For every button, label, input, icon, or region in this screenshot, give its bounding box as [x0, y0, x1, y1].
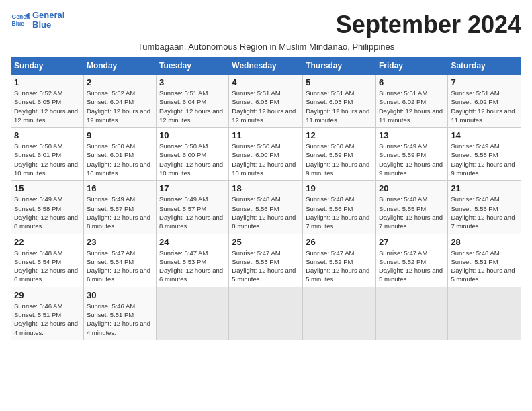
calendar-cell: 16Sunrise: 5:49 AMSunset: 5:57 PMDayligh…: [83, 181, 156, 234]
calendar-cell: 20Sunrise: 5:48 AMSunset: 5:55 PMDayligh…: [375, 181, 447, 234]
day-number: 9: [87, 130, 153, 140]
day-number: 16: [87, 183, 153, 193]
day-number: 4: [232, 77, 300, 87]
calendar-cell: 8Sunrise: 5:50 AMSunset: 6:01 PMDaylight…: [11, 128, 84, 181]
logo: General Blue General Blue: [11, 11, 64, 30]
calendar-cell: 26Sunrise: 5:47 AMSunset: 5:52 PMDayligh…: [303, 234, 376, 287]
column-header-monday: Monday: [83, 58, 156, 75]
calendar-cell: 23Sunrise: 5:47 AMSunset: 5:54 PMDayligh…: [83, 234, 156, 287]
day-details: Sunrise: 5:51 AMSunset: 6:02 PMDaylight:…: [379, 89, 445, 124]
day-number: 6: [379, 77, 445, 87]
day-number: 19: [306, 183, 373, 193]
day-details: Sunrise: 5:50 AMSunset: 6:01 PMDaylight:…: [87, 142, 153, 177]
calendar-cell: 24Sunrise: 5:47 AMSunset: 5:53 PMDayligh…: [157, 234, 229, 287]
week-row-3: 15Sunrise: 5:49 AMSunset: 5:58 PMDayligh…: [11, 181, 521, 234]
day-number: 26: [306, 237, 373, 247]
day-details: Sunrise: 5:49 AMSunset: 5:58 PMDaylight:…: [14, 195, 81, 230]
logo-icon: General Blue: [11, 11, 30, 30]
calendar-cell: 13Sunrise: 5:49 AMSunset: 5:59 PMDayligh…: [375, 128, 447, 181]
day-details: Sunrise: 5:50 AMSunset: 5:59 PMDaylight:…: [306, 142, 373, 177]
calendar-cell: 6Sunrise: 5:51 AMSunset: 6:02 PMDaylight…: [375, 75, 447, 128]
day-number: 3: [159, 77, 226, 87]
calendar-cell: [303, 287, 376, 340]
week-row-4: 22Sunrise: 5:48 AMSunset: 5:54 PMDayligh…: [11, 234, 521, 287]
day-number: 11: [232, 130, 300, 140]
calendar-cell: 22Sunrise: 5:48 AMSunset: 5:54 PMDayligh…: [11, 234, 84, 287]
week-row-1: 1Sunrise: 5:52 AMSunset: 6:05 PMDaylight…: [11, 75, 521, 128]
day-details: Sunrise: 5:49 AMSunset: 5:57 PMDaylight:…: [159, 195, 226, 230]
calendar-cell: 14Sunrise: 5:49 AMSunset: 5:58 PMDayligh…: [448, 128, 521, 181]
day-details: Sunrise: 5:48 AMSunset: 5:54 PMDaylight:…: [14, 248, 81, 284]
day-number: 8: [14, 130, 81, 140]
calendar-cell: 28Sunrise: 5:46 AMSunset: 5:51 PMDayligh…: [448, 234, 521, 287]
calendar-table: SundayMondayTuesdayWednesdayThursdayFrid…: [11, 57, 521, 340]
calendar-cell: 19Sunrise: 5:48 AMSunset: 5:56 PMDayligh…: [303, 181, 376, 234]
column-header-wednesday: Wednesday: [229, 58, 303, 75]
calendar-cell: 4Sunrise: 5:51 AMSunset: 6:03 PMDaylight…: [229, 75, 303, 128]
calendar-cell: 11Sunrise: 5:50 AMSunset: 6:00 PMDayligh…: [229, 128, 303, 181]
day-details: Sunrise: 5:50 AMSunset: 6:01 PMDaylight:…: [14, 142, 81, 177]
subtitle: Tumbagaan, Autonomous Region in Muslim M…: [11, 42, 521, 52]
day-details: Sunrise: 5:50 AMSunset: 6:00 PMDaylight:…: [232, 142, 300, 177]
calendar-body: 1Sunrise: 5:52 AMSunset: 6:05 PMDaylight…: [11, 75, 521, 340]
day-number: 10: [159, 130, 226, 140]
day-details: Sunrise: 5:48 AMSunset: 5:56 PMDaylight:…: [306, 195, 373, 230]
column-header-tuesday: Tuesday: [157, 58, 229, 75]
day-number: 7: [451, 77, 518, 87]
day-details: Sunrise: 5:52 AMSunset: 6:05 PMDaylight:…: [14, 89, 81, 124]
day-number: 5: [306, 77, 373, 87]
column-header-friday: Friday: [375, 58, 447, 75]
day-number: 17: [159, 183, 226, 193]
day-number: 28: [451, 237, 518, 247]
day-details: Sunrise: 5:47 AMSunset: 5:52 PMDaylight:…: [379, 248, 445, 284]
calendar-cell: 10Sunrise: 5:50 AMSunset: 6:00 PMDayligh…: [157, 128, 229, 181]
calendar-cell: 12Sunrise: 5:50 AMSunset: 5:59 PMDayligh…: [303, 128, 376, 181]
day-details: Sunrise: 5:49 AMSunset: 5:58 PMDaylight:…: [451, 142, 518, 177]
day-number: 20: [379, 183, 445, 193]
day-details: Sunrise: 5:51 AMSunset: 6:03 PMDaylight:…: [232, 89, 300, 124]
day-details: Sunrise: 5:52 AMSunset: 6:04 PMDaylight:…: [87, 89, 153, 124]
week-row-5: 29Sunrise: 5:46 AMSunset: 5:51 PMDayligh…: [11, 287, 521, 340]
day-details: Sunrise: 5:46 AMSunset: 5:51 PMDaylight:…: [14, 302, 81, 337]
calendar-header-row: SundayMondayTuesdayWednesdayThursdayFrid…: [11, 58, 521, 75]
day-details: Sunrise: 5:49 AMSunset: 5:57 PMDaylight:…: [87, 195, 153, 230]
header: General Blue General Blue September 2024: [11, 11, 521, 39]
calendar-cell: 1Sunrise: 5:52 AMSunset: 6:05 PMDaylight…: [11, 75, 84, 128]
calendar-cell: 2Sunrise: 5:52 AMSunset: 6:04 PMDaylight…: [83, 75, 156, 128]
day-details: Sunrise: 5:50 AMSunset: 6:00 PMDaylight:…: [159, 142, 226, 177]
svg-text:Blue: Blue: [12, 20, 25, 27]
calendar-cell: 17Sunrise: 5:49 AMSunset: 5:57 PMDayligh…: [157, 181, 229, 234]
day-number: 21: [451, 183, 518, 193]
calendar-cell: 21Sunrise: 5:48 AMSunset: 5:55 PMDayligh…: [448, 181, 521, 234]
day-details: Sunrise: 5:46 AMSunset: 5:51 PMDaylight:…: [451, 248, 518, 284]
calendar-cell: 9Sunrise: 5:50 AMSunset: 6:01 PMDaylight…: [83, 128, 156, 181]
day-number: 2: [87, 77, 153, 87]
day-number: 30: [87, 290, 153, 300]
calendar-cell: 3Sunrise: 5:51 AMSunset: 6:04 PMDaylight…: [157, 75, 229, 128]
calendar-cell: 25Sunrise: 5:47 AMSunset: 5:53 PMDayligh…: [229, 234, 303, 287]
day-details: Sunrise: 5:51 AMSunset: 6:04 PMDaylight:…: [159, 89, 226, 124]
calendar-cell: 15Sunrise: 5:49 AMSunset: 5:58 PMDayligh…: [11, 181, 84, 234]
calendar-cell: 5Sunrise: 5:51 AMSunset: 6:03 PMDaylight…: [303, 75, 376, 128]
column-header-sunday: Sunday: [11, 58, 84, 75]
calendar-cell: 29Sunrise: 5:46 AMSunset: 5:51 PMDayligh…: [11, 287, 84, 340]
logo-general: General: [32, 11, 64, 20]
calendar-cell: [229, 287, 303, 340]
day-number: 15: [14, 183, 81, 193]
logo-blue: Blue: [32, 20, 64, 30]
day-number: 1: [14, 77, 81, 87]
day-details: Sunrise: 5:47 AMSunset: 5:52 PMDaylight:…: [306, 248, 373, 284]
calendar-cell: 7Sunrise: 5:51 AMSunset: 6:02 PMDaylight…: [448, 75, 521, 128]
day-number: 22: [14, 237, 81, 247]
day-number: 13: [379, 130, 445, 140]
day-number: 27: [379, 237, 445, 247]
day-number: 14: [451, 130, 518, 140]
day-details: Sunrise: 5:51 AMSunset: 6:02 PMDaylight:…: [451, 89, 518, 124]
calendar-cell: 27Sunrise: 5:47 AMSunset: 5:52 PMDayligh…: [375, 234, 447, 287]
day-details: Sunrise: 5:48 AMSunset: 5:55 PMDaylight:…: [379, 195, 445, 230]
day-number: 29: [14, 290, 81, 300]
day-details: Sunrise: 5:47 AMSunset: 5:53 PMDaylight:…: [232, 248, 300, 284]
calendar-cell: 18Sunrise: 5:48 AMSunset: 5:56 PMDayligh…: [229, 181, 303, 234]
day-details: Sunrise: 5:49 AMSunset: 5:59 PMDaylight:…: [379, 142, 445, 177]
day-number: 18: [232, 183, 300, 193]
